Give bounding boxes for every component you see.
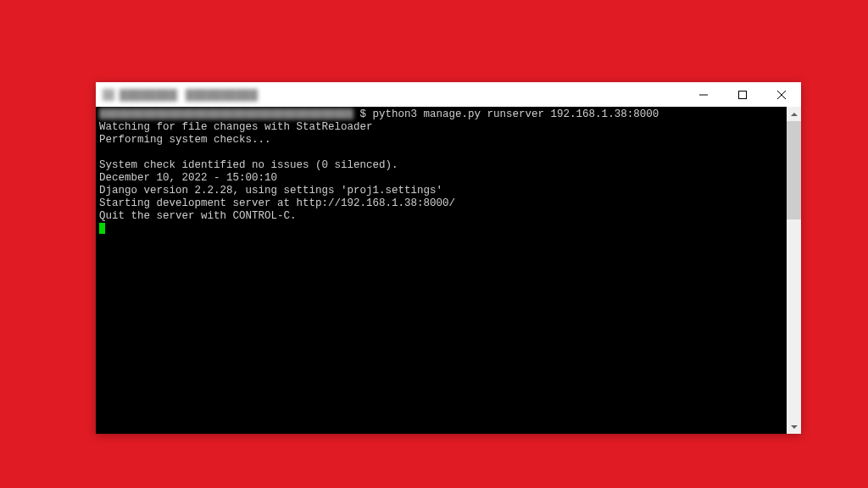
output-line: Performing system checks...: [99, 134, 271, 146]
minimize-icon: [699, 91, 708, 99]
prompt-path-blurred: ████████████████████████████████████████: [99, 108, 353, 121]
svg-marker-5: [791, 425, 798, 429]
window-titlebar[interactable]: ████████ ██████████: [96, 82, 801, 107]
output-line: December 10, 2022 - 15:00:10: [99, 172, 277, 184]
window-icon: [103, 89, 114, 101]
close-icon: [777, 91, 786, 99]
svg-rect-1: [739, 91, 747, 98]
svg-marker-4: [791, 113, 798, 116]
scrollbar-track[interactable]: [787, 121, 801, 419]
command-line: $ python3 manage.py runserver 192.168.1.…: [360, 108, 659, 120]
console-output[interactable]: ████████████████████████████████████████…: [96, 107, 787, 434]
cursor-icon: [99, 223, 105, 234]
maximize-button[interactable]: [723, 82, 762, 107]
output-line: Django version 2.2.28, using settings 'p…: [99, 185, 442, 197]
chevron-down-icon: [791, 425, 798, 429]
output-line: Quit the server with CONTROL-C.: [99, 210, 297, 222]
output-line: Starting development server at http://19…: [99, 197, 455, 209]
window-title: ████████ ██████████: [120, 89, 258, 101]
output-line: System check identified no issues (0 sil…: [99, 159, 398, 171]
terminal-window: ████████ ██████████ █████████████: [96, 82, 801, 434]
output-line: Watching for file changes with StatReloa…: [99, 121, 373, 133]
terminal-body: ████████████████████████████████████████…: [96, 107, 801, 434]
close-button[interactable]: [762, 82, 801, 107]
maximize-icon: [738, 91, 747, 99]
scroll-down-button[interactable]: [787, 419, 801, 434]
window-title-area: ████████ ██████████: [103, 89, 258, 101]
minimize-button[interactable]: [684, 82, 723, 107]
vertical-scrollbar[interactable]: [787, 107, 801, 434]
chevron-up-icon: [791, 113, 798, 116]
window-controls: [684, 82, 801, 107]
scroll-up-button[interactable]: [787, 107, 801, 121]
scrollbar-thumb[interactable]: [787, 121, 801, 219]
